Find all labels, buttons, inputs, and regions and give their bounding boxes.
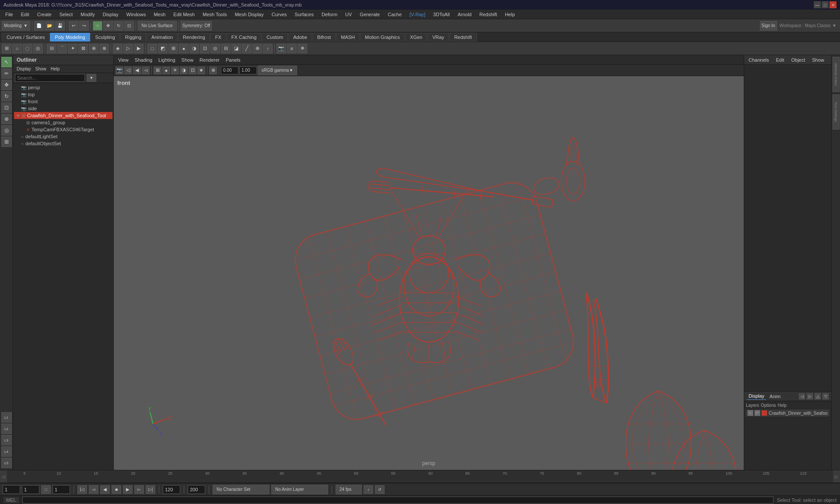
outliner-item-side[interactable]: 📷 side xyxy=(14,105,112,112)
menu-mesh-tools[interactable]: Mesh Tools xyxy=(199,11,230,18)
tab-sculpting[interactable]: Sculpting xyxy=(91,33,120,42)
snap-grid[interactable]: ⊟ xyxy=(47,44,56,53)
vp-gamma-dropdown[interactable]: sRGB gamma ▼ xyxy=(258,66,297,75)
snap-surface[interactable]: ⊕ xyxy=(89,44,98,53)
quick-layout-3[interactable]: L3 xyxy=(1,435,12,445)
bounding-box[interactable]: ⊟ xyxy=(221,44,231,53)
menu-3dtoall[interactable]: 3DToAll xyxy=(430,11,453,18)
tab-animation[interactable]: Animation xyxy=(147,33,178,42)
outliner-show-menu[interactable]: Show xyxy=(34,66,48,72)
step-back-button[interactable]: ◅ xyxy=(89,485,98,494)
tab-curves-surfaces[interactable]: Curves / Surfaces xyxy=(2,33,49,42)
lasso-tool[interactable]: ◎ xyxy=(33,44,43,53)
menu-cache[interactable]: Cache xyxy=(384,11,405,18)
vp-smooth-btn[interactable]: ● xyxy=(162,66,170,74)
vp-menu-panels[interactable]: Panels xyxy=(223,57,243,63)
play-forward-button[interactable]: ▶ xyxy=(123,485,133,494)
outliner-item-objectset[interactable]: ○ defaultObjectSet xyxy=(14,140,112,147)
snap-curve[interactable]: ⌒ xyxy=(57,44,67,53)
outliner-item-crawfish-group[interactable]: ▼ ⊞ Crawfish_Dinner_with_Seafood_Tool xyxy=(14,112,112,119)
isolate-select[interactable]: ◩ xyxy=(158,44,168,53)
menu-deform[interactable]: Deform xyxy=(318,11,341,18)
snap-edge[interactable]: ⊗ xyxy=(99,44,109,53)
menu-generate[interactable]: Generate xyxy=(356,11,383,18)
layers-label[interactable]: Layers xyxy=(746,403,759,408)
attr-editor-btn[interactable]: Attribute Editor xyxy=(833,57,840,92)
play-back-button[interactable]: ◀ xyxy=(100,485,110,494)
display-layers[interactable]: ≡ xyxy=(287,44,297,53)
options-label[interactable]: Options xyxy=(761,403,776,408)
layer-arrow-right[interactable]: ▷ xyxy=(807,393,813,399)
object-tab[interactable]: Object xyxy=(789,56,807,63)
wireframe[interactable]: ⊞ xyxy=(168,44,178,53)
vp-step-back[interactable]: ◅ xyxy=(142,66,150,74)
move-tool[interactable]: ✥ xyxy=(1,80,12,90)
menu-uv[interactable]: UV xyxy=(342,11,355,18)
smooth-shade[interactable]: ● xyxy=(179,44,189,53)
tab-rigging[interactable]: Rigging xyxy=(120,33,146,42)
close-button[interactable]: ✕ xyxy=(830,1,836,8)
current-frame-field[interactable]: 1 xyxy=(22,485,39,494)
vp-menu-shading[interactable]: Shading xyxy=(132,57,155,63)
menu-mesh[interactable]: Mesh xyxy=(150,11,169,18)
freeze-transform[interactable]: ❄ xyxy=(298,44,307,53)
vp-menu-view[interactable]: View xyxy=(116,57,131,63)
show-tab[interactable]: Show xyxy=(810,56,826,63)
tab-adobe[interactable]: Adobe xyxy=(288,33,312,42)
vp-camera-btn[interactable]: 📷 xyxy=(116,66,123,74)
camera-settings[interactable]: 📷 xyxy=(276,44,286,53)
viewport-canvas[interactable]: front xyxy=(114,76,744,470)
render-frame[interactable]: ▷ xyxy=(123,44,133,53)
outliner-item-persp[interactable]: 📷 persp xyxy=(14,84,112,91)
menu-surfaces[interactable]: Surfaces xyxy=(291,11,317,18)
layer-arrow-left[interactable]: ◁ xyxy=(799,393,805,399)
show-manip[interactable]: ⊞ xyxy=(1,136,12,147)
menu-edit-mesh[interactable]: Edit Mesh xyxy=(170,11,198,18)
select-object[interactable]: ○ xyxy=(12,44,22,53)
outliner-display-menu[interactable]: Display xyxy=(15,66,33,72)
tab-fx[interactable]: FX xyxy=(210,33,226,42)
stop-button[interactable]: ■ xyxy=(112,485,121,494)
menu-edit[interactable]: Edit xyxy=(18,11,33,18)
scale-tool[interactable]: ⊡ xyxy=(1,102,12,113)
outliner-item-camera-group[interactable]: ⊞ camera1_group xyxy=(14,119,112,126)
outliner-help-menu[interactable]: Help xyxy=(49,66,62,72)
go-start-button[interactable]: |◁ xyxy=(77,485,87,494)
display-tab[interactable]: Display xyxy=(747,392,766,400)
texture-mode[interactable]: ⊡ xyxy=(200,44,210,53)
snap-view[interactable]: ⊠ xyxy=(78,44,88,53)
timeline-scroll-right[interactable]: ▷ xyxy=(833,470,840,483)
vp-prev-frame[interactable]: ◁ xyxy=(124,66,132,74)
tab-fx-caching[interactable]: FX Caching xyxy=(227,33,261,42)
vp-gain-field[interactable]: 1.00 xyxy=(239,66,257,74)
outliner-item-lightset[interactable]: ○ defaultLightSet xyxy=(14,133,112,140)
backface-culling[interactable]: ◪ xyxy=(231,44,241,53)
select-tool[interactable]: ↖ xyxy=(1,57,12,67)
tab-vray[interactable]: VRay xyxy=(427,33,449,42)
menu-help[interactable]: Help xyxy=(501,11,518,18)
undo-button[interactable]: ↩ xyxy=(69,21,78,31)
vp-light-btn[interactable]: ☀ xyxy=(171,66,179,74)
menu-curves[interactable]: Curves xyxy=(268,11,290,18)
timeline-ruler[interactable]: 5 10 15 20 25 30 35 40 45 50 55 60 65 70… xyxy=(7,470,833,483)
universal-manip[interactable]: ⊕ xyxy=(1,114,12,124)
normal-display[interactable]: ↑ xyxy=(263,44,273,53)
soft-select[interactable]: ◎ xyxy=(1,125,12,136)
quick-layout-4[interactable]: L4 xyxy=(1,446,12,457)
tab-mash[interactable]: MASH xyxy=(336,33,360,42)
layer-vis-btn[interactable]: V xyxy=(748,410,753,416)
tab-xgen[interactable]: XGen xyxy=(405,33,427,42)
start-frame-field[interactable]: 1 xyxy=(3,485,20,494)
paint-tool[interactable]: ✏ xyxy=(1,68,12,79)
tab-bifrost[interactable]: Bifrost xyxy=(312,33,336,42)
maximize-button[interactable]: □ xyxy=(822,1,829,8)
channels-tab[interactable]: Channels xyxy=(747,56,770,63)
select-tool-button[interactable]: ⊹ xyxy=(93,21,102,31)
layer-down[interactable]: ▽ xyxy=(822,393,829,399)
vp-menu-renderer[interactable]: Renderer xyxy=(197,57,222,63)
rotate-tool[interactable]: ↻ xyxy=(1,91,12,102)
render-settings[interactable]: ◈ xyxy=(113,44,122,53)
open-scene-button[interactable]: 📂 xyxy=(45,21,54,31)
select-component[interactable]: ◌ xyxy=(23,44,32,53)
save-scene-button[interactable]: 💾 xyxy=(55,21,65,31)
